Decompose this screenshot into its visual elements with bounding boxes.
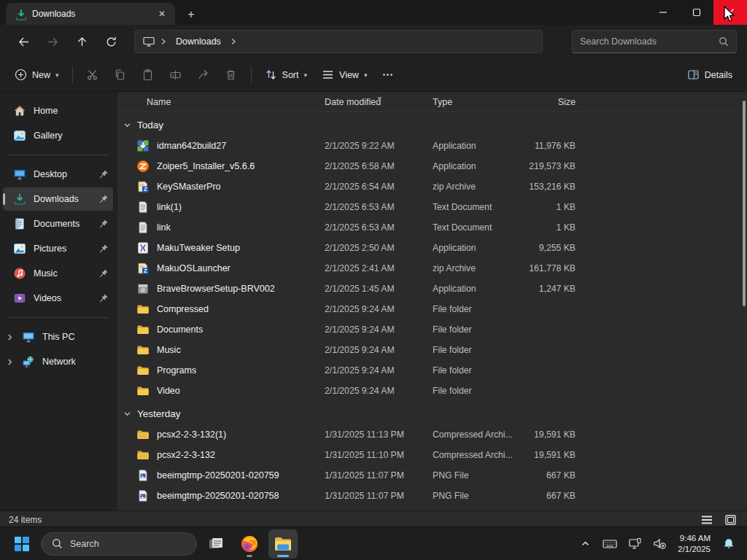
navigation-pane: HomeGallery DesktopDownloadsDocumentsPic…: [0, 92, 117, 510]
rename-button[interactable]: a: [162, 63, 190, 88]
hidden-icons-chevron[interactable]: [574, 531, 596, 557]
details-pane-button[interactable]: Details: [680, 63, 740, 88]
thumbnail-view-toggle[interactable]: [722, 513, 738, 526]
folder-icon: [136, 364, 150, 377]
sidebar-item-desktop[interactable]: Desktop: [3, 163, 113, 186]
firefox-taskbar-icon[interactable]: [235, 529, 264, 559]
group-header-today[interactable]: Today: [123, 114, 740, 136]
delete-button[interactable]: [217, 63, 245, 88]
file-date-modified: 1/31/2025 11:10 PM: [322, 450, 430, 460]
search-icon: [719, 36, 729, 47]
file-row[interactable]: pcsx2-2-3-132(1)1/31/2025 11:13 PMCompre…: [123, 424, 740, 445]
sidebar-item-network[interactable]: Network: [3, 350, 113, 373]
sidebar-item-this-pc[interactable]: This PC: [3, 325, 113, 349]
sidebar-item-videos[interactable]: Videos: [3, 287, 113, 310]
file-row[interactable]: Video2/1/2025 9:24 AMFile folder: [123, 381, 740, 401]
file-row[interactable]: Zoiper5_Installer_v5.6.62/1/2025 6:58 AM…: [123, 156, 740, 176]
sidebar-item-music[interactable]: Music: [3, 262, 113, 285]
documents-icon: [13, 217, 26, 230]
more-options-button[interactable]: [374, 63, 401, 88]
file-row[interactable]: Music2/1/2025 9:24 AMFile folder: [123, 340, 740, 360]
sort-button[interactable]: Sort ▾: [258, 63, 314, 88]
sidebar-divider: [7, 155, 109, 155]
file-date-modified: 2/1/2025 9:24 AM: [322, 304, 430, 314]
details-view-toggle[interactable]: [699, 513, 715, 526]
details-pane-label: Details: [705, 70, 732, 80]
file-explorer-taskbar-icon[interactable]: [268, 529, 298, 559]
title-bar: Downloads ✕ +: [0, 0, 747, 25]
file-name: Compressed: [157, 304, 209, 314]
refresh-button[interactable]: [98, 30, 124, 53]
taskbar-search-input[interactable]: Search: [41, 532, 197, 556]
main-area: HomeGallery DesktopDownloadsDocumentsPic…: [0, 92, 747, 510]
sidebar-item-documents[interactable]: Documents: [3, 212, 113, 236]
group-label: Yesterday: [137, 408, 181, 419]
sidebar-item-label: Network: [42, 357, 109, 367]
file-row[interactable]: link(1)2/1/2025 6:53 AMText Document1 KB: [123, 197, 740, 217]
breadcrumb[interactable]: Downloads: [134, 30, 543, 53]
file-row[interactable]: link2/1/2025 6:53 AMText Document1 KB: [123, 217, 740, 238]
file-list: Todayidman642build272/1/2025 9:22 AMAppl…: [117, 112, 740, 510]
start-button[interactable]: [7, 529, 36, 559]
group-header-yesterday[interactable]: Yesterday: [123, 402, 740, 424]
file-size: 1 KB: [513, 222, 580, 233]
share-button[interactable]: [190, 63, 217, 88]
file-row[interactable]: pcsx2-2-3-1321/31/2025 11:10 PMCompresse…: [123, 445, 740, 465]
tab-close-icon[interactable]: ✕: [155, 7, 169, 21]
file-row[interactable]: BraveBrowserSetup-BRV0022/1/2025 1:45 AM…: [123, 279, 740, 299]
volume-muted-icon[interactable]: [649, 531, 670, 557]
close-button[interactable]: [713, 0, 747, 25]
view-button[interactable]: View ▾: [314, 63, 374, 88]
file-row[interactable]: beeimgtmp-20250201-0207581/31/2025 11:07…: [123, 486, 740, 506]
column-header-date-modified[interactable]: ⌄Date modified: [322, 97, 430, 107]
file-row[interactable]: idman642build272/1/2025 9:22 AMApplicati…: [123, 136, 740, 156]
explorer-tab-downloads[interactable]: Downloads ✕: [6, 3, 175, 25]
minimize-button[interactable]: [646, 0, 680, 25]
file-list-pane: Name ⌄Date modified Type Size Todayidman…: [117, 92, 747, 510]
clock[interactable]: 9:46 AM 2/1/2025: [673, 533, 715, 555]
forward-button[interactable]: [39, 30, 66, 53]
file-row[interactable]: Documents2/1/2025 9:24 AMFile folder: [123, 319, 740, 340]
vertical-scrollbar[interactable]: [743, 101, 746, 306]
network-icon[interactable]: [624, 531, 646, 557]
file-type: Text Document: [430, 222, 513, 233]
chevron-right-icon[interactable]: [6, 358, 15, 366]
search-input[interactable]: Search Downloads: [572, 30, 737, 53]
file-row[interactable]: beeimgtmp-20250201-0207591/31/2025 11:07…: [123, 465, 740, 486]
sidebar-item-home[interactable]: Home: [3, 99, 113, 122]
file-row[interactable]: ZMakuOSLauncher2/1/2025 2:41 AMzip Archi…: [123, 258, 740, 279]
file-row[interactable]: Compressed2/1/2025 9:24 AMFile folder: [123, 299, 740, 319]
file-type: File folder: [430, 324, 513, 335]
file-date-modified: 2/1/2025 6:54 AM: [322, 182, 430, 192]
up-button[interactable]: [69, 30, 95, 53]
sidebar-item-pictures[interactable]: Pictures: [3, 237, 113, 260]
file-type: zip Archive: [430, 182, 513, 192]
touch-keyboard-icon[interactable]: [599, 531, 621, 557]
copy-button[interactable]: [107, 63, 134, 88]
file-row[interactable]: [123, 506, 740, 510]
file-row[interactable]: ZKeySMasterPro2/1/2025 6:54 AMzip Archiv…: [123, 176, 740, 197]
cut-button[interactable]: [79, 63, 107, 88]
file-row[interactable]: MakuTweaker Setup2/1/2025 2:50 AMApplica…: [123, 238, 740, 258]
chevron-right-icon[interactable]: [230, 38, 237, 45]
back-button[interactable]: [10, 30, 36, 53]
file-date-modified: 1/31/2025 11:07 PM: [322, 470, 430, 481]
chevron-right-icon[interactable]: [6, 333, 15, 341]
breadcrumb-item-downloads[interactable]: Downloads: [171, 36, 225, 47]
file-row[interactable]: Programs2/1/2025 9:24 AMFile folder: [123, 360, 740, 381]
new-tab-button[interactable]: +: [181, 4, 201, 25]
sidebar-item-downloads[interactable]: Downloads: [3, 187, 113, 211]
task-view-button[interactable]: [201, 529, 231, 559]
column-header-type[interactable]: Type: [430, 97, 513, 107]
new-button[interactable]: New ▾: [7, 63, 66, 88]
notification-bell-icon[interactable]: [718, 531, 740, 557]
maximize-button[interactable]: [680, 0, 713, 25]
home-icon: [13, 104, 26, 117]
sidebar-item-gallery[interactable]: Gallery: [3, 124, 113, 147]
file-size: 9,255 KB: [513, 243, 580, 253]
column-header-name[interactable]: Name: [123, 97, 322, 107]
column-header-size[interactable]: Size: [513, 97, 580, 107]
paste-button[interactable]: [134, 63, 162, 88]
file-name: KeySMasterPro: [157, 182, 221, 192]
group-label: Today: [137, 120, 163, 131]
